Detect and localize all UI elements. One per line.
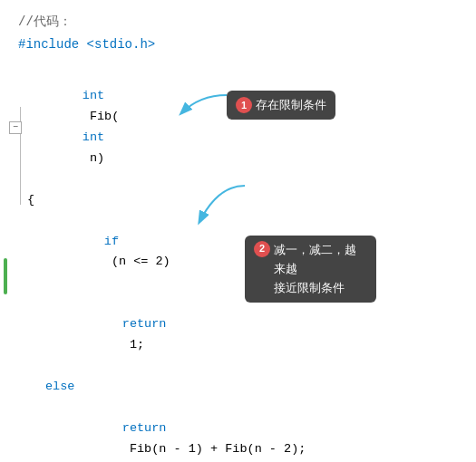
bubble2-text: 减一，减二，越来越接近限制条件 bbox=[274, 241, 367, 297]
else-line: else bbox=[0, 377, 476, 398]
if-condition: (n <= 2) bbox=[104, 255, 170, 268]
return-fib-line: return Fib(n - 1) + Fib(n - 2); bbox=[0, 398, 476, 462]
comment-text: //代码： bbox=[18, 14, 72, 29]
return1-line: return 1; bbox=[0, 294, 476, 377]
return-fib-expr: Fib(n - 1) + Fib(n - 2); bbox=[122, 442, 306, 456]
circle-1: 1 bbox=[236, 97, 252, 113]
bubble1-text: 存在限制条件 bbox=[256, 98, 326, 111]
annotation-bubble-2: 2 减一，减二，越来越接近限制条件 bbox=[245, 236, 376, 303]
kw-if: if bbox=[104, 235, 119, 248]
if-line: if (n <= 2) bbox=[0, 211, 476, 294]
kw-int-param: int bbox=[83, 130, 104, 144]
fib-open-brace: { bbox=[0, 190, 476, 211]
kw-return1: return bbox=[122, 317, 167, 331]
kw-else: else bbox=[45, 377, 74, 398]
comment-line: //代码： bbox=[0, 9, 476, 34]
kw-int-fib: int bbox=[83, 89, 104, 102]
fib-name: Fib( bbox=[83, 110, 120, 123]
fib-signature-line: − int Fib( int n) bbox=[0, 65, 476, 190]
annotation-bubble-1: 1存在限制条件 bbox=[227, 91, 335, 120]
green-bar bbox=[4, 258, 7, 294]
include-text: #include <stdio.h> bbox=[18, 37, 155, 52]
return1-val: 1; bbox=[122, 338, 144, 351]
circle-2: 2 bbox=[254, 241, 270, 257]
code-container: //代码： #include <stdio.h> − int Fib( int … bbox=[0, 0, 476, 462]
fib-param: n) bbox=[83, 151, 104, 165]
kw-return-fib: return bbox=[122, 421, 167, 435]
include-line: #include <stdio.h> bbox=[0, 34, 476, 62]
fold-icon-fib[interactable]: − bbox=[9, 121, 22, 134]
